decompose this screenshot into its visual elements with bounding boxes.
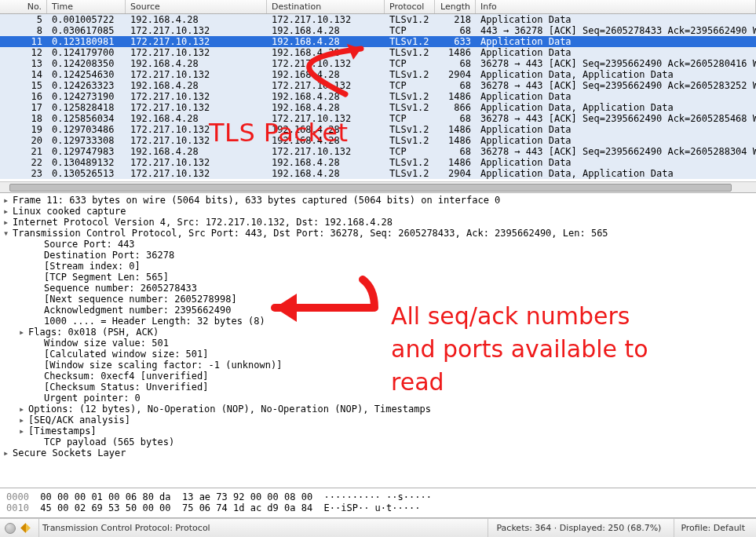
packet-list-body[interactable]: 50.001005722192.168.4.28172.217.10.132TL… [0, 14, 756, 181]
packet-cell-proto: TCP [385, 58, 435, 69]
tree-cksum-status[interactable]: [Checksum Status: Unverified] [0, 382, 756, 393]
tree-next-seq[interactable]: [Next sequence number: 2605278998] [0, 294, 756, 305]
tree-seqack[interactable]: [SEQ/ACK analysis] [0, 415, 756, 426]
tree-calc-win[interactable]: [Calculated window size: 501] [0, 349, 756, 360]
column-header-time[interactable]: Time [47, 0, 126, 13]
column-header-length[interactable]: Length [435, 0, 476, 13]
packet-details-pane[interactable]: Frame 11: 633 bytes on wire (5064 bits),… [0, 193, 756, 488]
packet-cell-info: 36278 → 443 [ACK] Seq=2395662490 Ack=260… [476, 58, 756, 69]
packet-row[interactable]: 200.129733308172.217.10.132192.168.4.28T… [0, 135, 756, 146]
status-bar: Transmission Control Protocol: Protocol … [0, 518, 756, 537]
packet-row[interactable]: 190.129703486172.217.10.132192.168.4.28T… [0, 124, 756, 135]
packet-row[interactable]: 220.130489132172.217.10.132192.168.4.28T… [0, 157, 756, 168]
column-header-no[interactable]: No. [0, 0, 47, 13]
packet-list-hscrollbar[interactable] [0, 181, 756, 192]
packet-row[interactable]: 230.130526513172.217.10.132192.168.4.28T… [0, 168, 756, 179]
tree-dst-port[interactable]: Destination Port: 36278 [0, 250, 756, 261]
packet-cell-time: 0.124254630 [47, 69, 126, 80]
tree-cksum[interactable]: Checksum: 0xecf4 [unverified] [0, 371, 756, 382]
status-profile[interactable]: Profile: Default [674, 519, 751, 537]
packet-row[interactable]: 160.124273190172.217.10.132192.168.4.28T… [0, 91, 756, 102]
packet-cell-time: 0.130526513 [47, 168, 126, 179]
packet-row[interactable]: 80.030617085172.217.10.132192.168.4.28TC… [0, 25, 756, 36]
column-header-source[interactable]: Source [126, 0, 267, 13]
packet-cell-no: 11 [0, 36, 47, 47]
tree-ip[interactable]: Internet Protocol Version 4, Src: 172.21… [0, 217, 756, 228]
packet-cell-proto: TCP [385, 25, 435, 36]
hex-ascii-0: ·········· ··s····· [312, 491, 432, 502]
tree-options[interactable]: Options: (12 bytes), No-Operation (NOP),… [0, 404, 756, 415]
packet-cell-time: 0.124208350 [47, 58, 126, 69]
packet-row[interactable]: 180.125856034192.168.4.28172.217.10.132T… [0, 113, 756, 124]
packet-cell-info: 443 → 36278 [ACK] Seq=2605278433 Ack=239… [476, 25, 756, 36]
packet-cell-len: 68 [435, 25, 476, 36]
packet-cell-time: 0.125828418 [47, 102, 126, 113]
tree-linux-cooked[interactable]: Linux cooked capture [0, 206, 756, 217]
packet-cell-src: 192.168.4.28 [126, 146, 267, 157]
packet-cell-len: 68 [435, 80, 476, 91]
packet-cell-proto: TCP [385, 80, 435, 91]
tree-urgent[interactable]: Urgent pointer: 0 [0, 393, 756, 404]
packet-list-pane: No. Time Source Destination Protocol Len… [0, 0, 756, 193]
column-header-info[interactable]: Info [476, 0, 756, 13]
hex-offset-0: 0000 [6, 491, 29, 502]
packet-cell-time: 0.124273190 [47, 91, 126, 102]
hex-bytes-1: 45 00 02 69 53 50 00 00 75 06 74 1d ac d… [40, 502, 312, 513]
tree-timestamps[interactable]: [Timestamps] [0, 426, 756, 437]
tree-payload[interactable]: TCP payload (565 bytes) [0, 437, 756, 448]
packet-cell-dst: 192.168.4.28 [267, 124, 385, 135]
packet-row[interactable]: 210.129747983192.168.4.28172.217.10.132T… [0, 146, 756, 157]
tree-flags[interactable]: Flags: 0x018 (PSH, ACK) [0, 327, 756, 338]
packet-cell-info: Application Data [476, 157, 756, 168]
packet-row[interactable]: 130.124208350192.168.4.28172.217.10.132T… [0, 58, 756, 69]
hex-dump-pane[interactable]: 0000 00 00 00 01 00 06 80 da 13 ae 73 92… [0, 488, 756, 518]
tree-scale[interactable]: [Window size scaling factor: -1 (unknown… [0, 360, 756, 371]
column-header-protocol[interactable]: Protocol [385, 0, 435, 13]
packet-cell-info: 36278 → 443 [ACK] Seq=2395662490 Ack=260… [476, 80, 756, 91]
tree-hdr-len[interactable]: 1000 .... = Header Length: 32 bytes (8) [0, 316, 756, 327]
packet-cell-len: 68 [435, 113, 476, 124]
tree-stream-idx[interactable]: [Stream index: 0] [0, 261, 756, 272]
packet-row[interactable]: 150.124263323192.168.4.28172.217.10.132T… [0, 80, 756, 91]
packet-cell-len: 1486 [435, 135, 476, 146]
tree-ack[interactable]: Acknowledgment number: 2395662490 [0, 305, 756, 316]
packet-cell-len: 2904 [435, 168, 476, 179]
packet-cell-time: 0.125856034 [47, 113, 126, 124]
tree-src-port[interactable]: Source Port: 443 [0, 239, 756, 250]
tree-tcp[interactable]: Transmission Control Protocol, Src Port:… [0, 228, 756, 239]
column-header-destination[interactable]: Destination [267, 0, 385, 13]
tree-win[interactable]: Window size value: 501 [0, 338, 756, 349]
packet-cell-no: 20 [0, 135, 47, 146]
packet-cell-len: 1486 [435, 124, 476, 135]
packet-cell-proto: TLSv1.2 [385, 69, 435, 80]
scrollbar-thumb[interactable] [9, 184, 732, 192]
packet-cell-len: 218 [435, 14, 476, 25]
tree-seg-len[interactable]: [TCP Segment Len: 565] [0, 272, 756, 283]
packet-row[interactable]: 170.125828418172.217.10.132192.168.4.28T… [0, 102, 756, 113]
packet-cell-src: 172.217.10.132 [126, 168, 267, 179]
packet-cell-no: 22 [0, 157, 47, 168]
packet-row[interactable]: 50.001005722192.168.4.28172.217.10.132TL… [0, 14, 756, 25]
packet-cell-info: 36278 → 443 [ACK] Seq=2395662490 Ack=260… [476, 146, 756, 157]
tree-seq[interactable]: Sequence number: 2605278433 [0, 283, 756, 294]
packet-cell-len: 1486 [435, 157, 476, 168]
packet-cell-no: 18 [0, 113, 47, 124]
packet-cell-proto: TLSv1.2 [385, 102, 435, 113]
packet-row[interactable]: 110.123180981172.217.10.132192.168.4.28T… [0, 36, 756, 47]
expert-info-icon[interactable] [5, 523, 16, 534]
packet-cell-no: 13 [0, 58, 47, 69]
tree-ssl[interactable]: Secure Sockets Layer [0, 448, 756, 458]
packet-cell-dst: 192.168.4.28 [267, 157, 385, 168]
packet-cell-src: 172.217.10.132 [126, 47, 267, 58]
edit-capture-comment-icon[interactable] [20, 523, 31, 534]
packet-cell-proto: TLSv1.2 [385, 91, 435, 102]
packet-row[interactable]: 140.124254630172.217.10.132192.168.4.28T… [0, 69, 756, 80]
packet-cell-proto: TCP [385, 113, 435, 124]
packet-cell-info: Application Data [476, 36, 756, 47]
packet-cell-src: 172.217.10.132 [126, 135, 267, 146]
packet-cell-no: 8 [0, 25, 47, 36]
tree-frame[interactable]: Frame 11: 633 bytes on wire (5064 bits),… [0, 195, 756, 206]
packet-cell-no: 16 [0, 91, 47, 102]
packet-row[interactable]: 120.124179700172.217.10.132192.168.4.28T… [0, 47, 756, 58]
packet-cell-time: 0.123180981 [47, 36, 126, 47]
